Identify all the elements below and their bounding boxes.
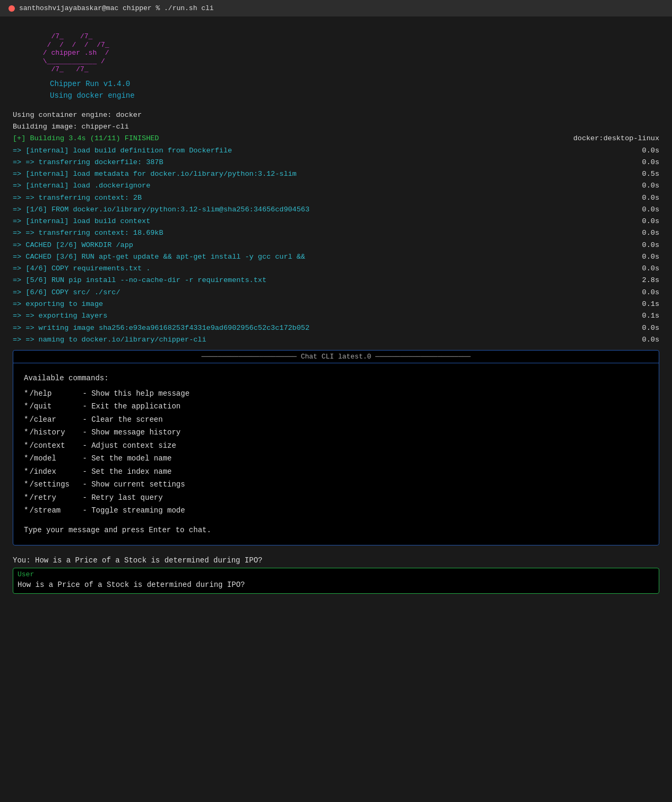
version-info: Chipper Run v1.4.0 Using docker engine: [50, 78, 659, 102]
build-step-0: => [internal] load build definition from…: [13, 145, 659, 157]
user-input-label: User: [13, 568, 659, 578]
cmd-history: * /history - Show message history: [24, 426, 648, 439]
build-step-3: => [internal] load .dockerignore 0.0s: [13, 180, 659, 192]
build-finished-text: [+] Building 3.4s (11/11) FINISHED: [13, 133, 159, 144]
cmd-retry: * /retry - Retry last query: [24, 491, 648, 505]
build-step-12: => => exporting layers 0.1s: [13, 310, 659, 322]
user-input-box[interactable]: User How is a Price of a Stock is determ…: [13, 568, 659, 594]
window-close-dot: [8, 5, 15, 12]
build-line-1: Using container engine: docker: [13, 109, 659, 121]
build-platform: docker:desktop-linux: [573, 133, 659, 144]
cmd-settings: * /settings - Show current settings: [24, 478, 648, 491]
engine-text: Using docker engine: [50, 90, 659, 101]
build-step-cached-2: => CACHED [3/6] RUN apt-get update && ap…: [13, 251, 659, 263]
type-message: Type your message and press Enter to cha…: [24, 524, 648, 537]
window-title: santhoshvijayabaskar@mac chipper % ./run…: [19, 4, 214, 12]
build-section: Using container engine: docker Building …: [13, 109, 659, 346]
cmd-index: * /index - Set the index name: [24, 465, 648, 479]
terminal-content: /7_ /7_ / / / / /7_ / chipper .sh / \___…: [0, 16, 672, 604]
cmd-clear: * /clear - Clear the screen: [24, 413, 648, 426]
build-step-9: => [5/6] RUN pip install --no-cache-dir …: [13, 275, 659, 286]
title-bar: santhoshvijayabaskar@mac chipper % ./run…: [0, 0, 672, 16]
build-step-5: => [1/6] FROM docker.io/library/python:3…: [13, 204, 659, 216]
chat-cli-header: ─────────────────────── Chat CLI latest.…: [13, 351, 659, 363]
chat-cli-box: ─────────────────────── Chat CLI latest.…: [13, 350, 659, 545]
available-commands-title: Available commands:: [24, 372, 648, 385]
build-step-8: => [4/6] COPY requirements.txt . 0.0s: [13, 263, 659, 275]
logo-container: /7_ /7_ / / / / /7_ / chipper .sh / \___…: [13, 27, 659, 107]
build-step-cached-1: => CACHED [2/6] WORKDIR /app 0.0s: [13, 240, 659, 251]
build-step-1: => => transferring dockerfile: 387B 0.0s: [13, 157, 659, 168]
build-step-10: => [6/6] COPY src/ ./src/ 0.0s: [13, 287, 659, 298]
user-query-prefix: You: How is a Price of a Stock is determ…: [13, 556, 659, 565]
cmd-quit: * /quit - Exit the application: [24, 400, 648, 413]
terminal-window: santhoshvijayabaskar@mac chipper % ./run…: [0, 0, 672, 802]
build-line-3: [+] Building 3.4s (11/11) FINISHED docke…: [13, 133, 659, 144]
build-step-7: => => transferring context: 18.69kB 0.0s: [13, 227, 659, 239]
user-input-text: How is a Price of a Stock is determined …: [13, 578, 659, 593]
chat-cli-body: Available commands: * /help - Show this …: [13, 363, 659, 545]
build-steps: => [internal] load build definition from…: [13, 145, 659, 346]
build-step-4: => => transferring context: 2B 0.0s: [13, 192, 659, 204]
build-step-13: => => writing image sha256:e93ea96168253…: [13, 322, 659, 334]
cmd-stream: * /stream - Toggle streaming mode: [24, 504, 648, 517]
cmd-help: * /help - Show this help message: [24, 387, 648, 400]
build-step-2: => [internal] load metadata for docker.i…: [13, 168, 659, 180]
build-line-2: Building image: chipper-cli: [13, 121, 659, 133]
build-step-11: => exporting to image 0.1s: [13, 298, 659, 310]
cmd-context: * /context - Adjust context size: [24, 439, 648, 453]
cmd-model: * /model - Set the model name: [24, 452, 648, 465]
logo-art: /7_ /7_ / / / / /7_ / chipper .sh / \___…: [18, 32, 659, 74]
version-text: Chipper Run v1.4.0: [50, 78, 659, 90]
build-step-6: => [internal] load build context 0.0s: [13, 216, 659, 227]
build-step-14: => => naming to docker.io/library/chippe…: [13, 334, 659, 346]
user-query-section: You: How is a Price of a Stock is determ…: [13, 556, 659, 594]
